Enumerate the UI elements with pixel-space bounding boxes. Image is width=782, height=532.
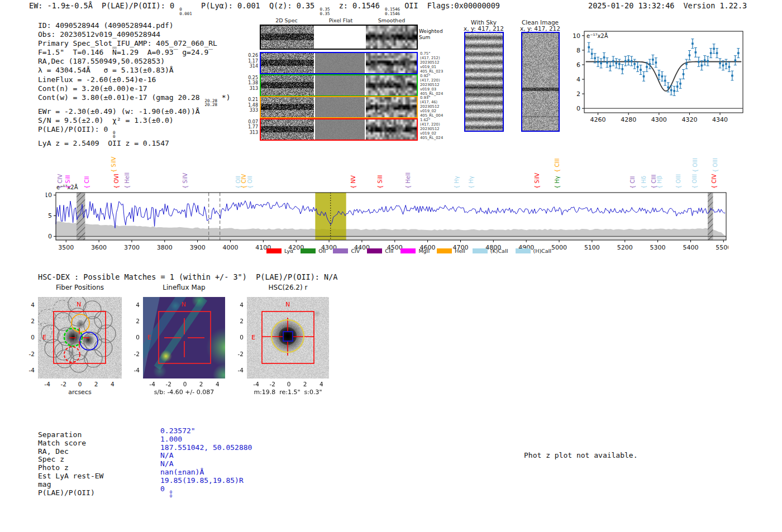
line-marker-SiII: { SiII bbox=[65, 175, 71, 189]
report-version: Version 1.22.3 bbox=[683, 1, 747, 10]
line-marker-SiII: { SiII bbox=[378, 175, 383, 189]
info-line: Cont(n) = 3.20(±0.00)e-17 bbox=[38, 84, 230, 93]
cutout-title: Lineflux Map bbox=[163, 284, 205, 291]
svg-text:3700: 3700 bbox=[124, 244, 140, 251]
legend-swatch bbox=[400, 248, 416, 253]
info-line: Obs: 20230512v019_4090528944 bbox=[38, 30, 230, 39]
line-marker-Hγ: { Hγ bbox=[555, 176, 560, 189]
line-marker-NV: { NV bbox=[351, 175, 356, 189]
xtick-label: 0 bbox=[74, 381, 85, 387]
svg-text:E: E bbox=[251, 334, 255, 341]
match-table-label: mag bbox=[38, 481, 51, 489]
elixer-report-page: { "header": { "left_segments": [ {"t":"E… bbox=[0, 0, 782, 532]
line-marker-OVI: { OVI bbox=[114, 174, 120, 189]
ytick-label: -4 bbox=[130, 367, 140, 373]
ytick-label: 2 bbox=[233, 318, 244, 324]
legend-label: MgII bbox=[418, 248, 430, 254]
col-header-smoothed: Smoothed bbox=[378, 17, 406, 23]
cutout-title: HSC(26.2) r bbox=[269, 284, 308, 291]
svg-text:0: 0 bbox=[576, 105, 580, 112]
match-table-label: RA, Dec bbox=[38, 448, 69, 456]
ytick-label: -2 bbox=[25, 351, 35, 357]
svg-text:4000: 4000 bbox=[223, 244, 239, 251]
line-marker-Hγ: { Hγ bbox=[469, 176, 474, 189]
spec2d-row-left-label: 0.261.17314 bbox=[245, 53, 258, 69]
svg-text:3500: 3500 bbox=[58, 244, 74, 251]
xtick-label: -4 bbox=[251, 381, 262, 387]
line-marker-OII: { OII bbox=[247, 176, 253, 189]
legend-swatch bbox=[266, 248, 282, 253]
legend-swatch bbox=[333, 248, 348, 253]
info-line: LineFlux = -2.60(±0.54)e-16 bbox=[38, 75, 230, 84]
cutout-xlabel: arcsecs bbox=[68, 389, 91, 396]
svg-text:e⁻¹⁷x2Å: e⁻¹⁷x2Å bbox=[586, 32, 608, 39]
legend-label: (K)CaII bbox=[490, 248, 508, 254]
spec2d-row bbox=[260, 52, 418, 74]
line-marker-CIII: { CIII bbox=[555, 159, 560, 172]
svg-text:5500: 5500 bbox=[716, 244, 728, 251]
svg-text:2: 2 bbox=[576, 90, 580, 98]
svg-text:0: 0 bbox=[48, 233, 52, 240]
legend-swatch bbox=[437, 248, 452, 253]
spec2d-row-left-label: 0.251.38313 bbox=[245, 75, 258, 92]
svg-text:4280: 4280 bbox=[621, 116, 636, 123]
legend-item-HeII: HeII bbox=[437, 248, 465, 254]
legend-label: HeII bbox=[455, 248, 465, 254]
svg-text:6: 6 bbox=[576, 61, 580, 69]
match-table-value: 0.23572" bbox=[160, 427, 196, 435]
svg-text:E: E bbox=[42, 334, 46, 341]
ytick-label: -4 bbox=[233, 367, 244, 373]
legend-label: CIII bbox=[385, 248, 393, 254]
ytick-label: 0 bbox=[130, 334, 140, 341]
legend-item-(H)CaII: (H)CaII bbox=[516, 248, 552, 254]
match-table-value: N/A bbox=[160, 452, 173, 460]
cutout-image-3: NE bbox=[247, 297, 329, 378]
spec2d-row-left-label: 0.071.77313 bbox=[245, 119, 258, 136]
svg-text:5: 5 bbox=[48, 212, 52, 219]
photz-note: Phot z plot not available. bbox=[524, 451, 638, 459]
match-table-value: N/A bbox=[160, 460, 173, 468]
line-marker-OIII: { OIII bbox=[693, 158, 698, 172]
ytick-label: 4 bbox=[25, 301, 35, 308]
legend-item-OII: OII bbox=[301, 248, 326, 254]
info-line: Primary Spec_Slot_IFU_AMP: 405_072_060_R… bbox=[38, 39, 230, 48]
svg-text:5200: 5200 bbox=[617, 244, 633, 251]
cutout-xlabel: s/b: -4.60 +/- 0.087 bbox=[154, 389, 214, 396]
xtick-label: 4 bbox=[316, 381, 327, 387]
match-table-value: 19.85(19.85,19.85)R bbox=[160, 477, 244, 485]
svg-text:4340: 4340 bbox=[712, 116, 728, 123]
ytick-label: -4 bbox=[25, 367, 35, 373]
xtick-label: 2 bbox=[299, 381, 311, 387]
svg-text:4300: 4300 bbox=[651, 116, 667, 123]
info-line: Cont(w) = 3.80(±0.01)e-17 (gmag 20.28 20… bbox=[38, 93, 230, 107]
line-marker-SiIV: { SiIV bbox=[535, 173, 540, 189]
ytick-label: 4 bbox=[233, 301, 244, 308]
info-line: EWr = -2.30(±0.49) (w: -1.90(±0.40))Å bbox=[38, 107, 230, 116]
spec2d-row-left-label: 0.211.48333 bbox=[245, 97, 258, 113]
line-marker-CIV: { CIV bbox=[58, 174, 63, 189]
svg-text:10: 10 bbox=[46, 191, 52, 199]
legend-item-MgII: MgII bbox=[400, 248, 430, 254]
line-marker-CIV: { CIV bbox=[712, 174, 717, 189]
svg-text:10: 10 bbox=[573, 32, 580, 40]
line-marker-SiIV: { SiIV bbox=[111, 157, 117, 172]
spec2d-row-right-label: 1.62"(417, 220)20230512v019_02405_RL_024 bbox=[420, 118, 455, 140]
ytick-label: 2 bbox=[25, 318, 35, 324]
match-table-label: Match score bbox=[38, 439, 86, 448]
xtick-label: -2 bbox=[163, 381, 174, 387]
line-marker-OIII: { OIII bbox=[713, 158, 718, 172]
ytick-label: 4 bbox=[130, 301, 140, 308]
ytick-label: -2 bbox=[130, 351, 140, 357]
match-table-label: Separation bbox=[38, 431, 82, 439]
cleanimage-image bbox=[521, 32, 560, 132]
legend-swatch bbox=[301, 248, 316, 253]
spec2d-row-right-label: 0.75"(417, 212)20230512v019_01405_RL_023 bbox=[420, 51, 455, 74]
legend-swatch bbox=[367, 248, 382, 253]
spec2d-row bbox=[260, 25, 418, 50]
xtick-label: 0 bbox=[283, 381, 294, 387]
line-marker-OIII: { OIII bbox=[692, 174, 698, 189]
cleanimage-subtitle: x, y: 417, 212 bbox=[520, 25, 560, 32]
ytick-label: -2 bbox=[233, 351, 244, 357]
line-marker-SiIV: { SiIV bbox=[183, 173, 188, 189]
spectrum-legend: LyαOIICIVCIIIMgIIHeII(K)CaII(H)CaII bbox=[266, 248, 551, 254]
